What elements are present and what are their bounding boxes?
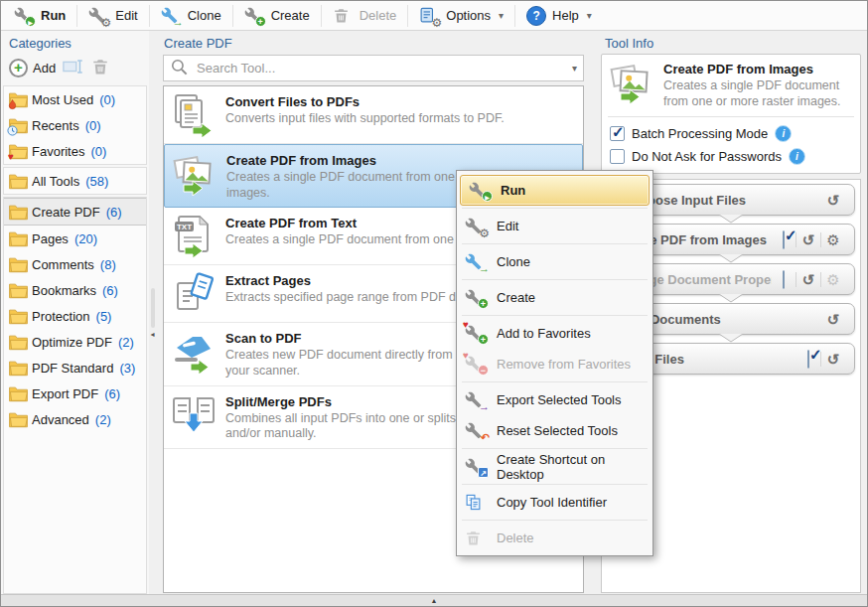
sidebar-splitter[interactable]	[149, 31, 156, 595]
tool-desc: Converts input files with supported form…	[225, 109, 505, 127]
sidebar-item-comments[interactable]: Comments (8)	[4, 251, 146, 277]
menu-item-label: Clone	[497, 254, 530, 269]
menu-item-clone[interactable]: Clone	[457, 246, 652, 277]
reset-step-icon[interactable]	[796, 272, 820, 287]
wrench-run-icon	[14, 6, 35, 26]
batch-processing-option: Batch Processing Mode	[608, 122, 854, 145]
step-settings-icon[interactable]	[820, 232, 845, 247]
sidebar-item-bookmarks[interactable]: Bookmarks (6)	[4, 277, 146, 303]
sidebar-item-pdf-standard[interactable]: PDF Standard (3)	[4, 355, 146, 380]
info-icon[interactable]	[789, 148, 805, 165]
sidebar-item-all-tools[interactable]: All Tools (58)	[4, 168, 146, 194]
reset-step-icon[interactable]	[821, 312, 845, 327]
toolbar-separator	[232, 5, 233, 27]
search-bar	[163, 55, 584, 81]
clone-button[interactable]: Clone	[152, 3, 230, 29]
sidebar-item-protection[interactable]: Protection (5)	[4, 303, 146, 329]
step-checkbox[interactable]	[772, 272, 796, 287]
trash-icon	[333, 6, 354, 26]
create-button[interactable]: Create	[235, 3, 319, 29]
menu-item-create-shortcut-on-desktop[interactable]: Create Shortcut on Desktop	[457, 451, 652, 482]
search-dropdown-icon[interactable]	[572, 63, 577, 74]
sidebar-item-optimize-pdf[interactable]: Optimize PDF (2)	[4, 329, 146, 355]
wrench-edit-icon	[465, 217, 488, 236]
menu-item-reset-selected-tools[interactable]: Reset Selected Tools	[457, 415, 652, 446]
step-checkbox[interactable]	[796, 352, 820, 367]
sidebar-item-pages[interactable]: Pages (20)	[4, 226, 146, 251]
sidebar-item-count: (58)	[85, 174, 108, 189]
search-icon	[170, 58, 189, 79]
folder-icon	[8, 411, 29, 428]
clone-label: Clone	[188, 8, 221, 23]
delete-category-icon[interactable]	[91, 58, 109, 78]
step-settings-icon[interactable]	[820, 272, 845, 287]
run-button[interactable]: Run	[5, 3, 74, 29]
wrench-create-icon	[244, 6, 265, 26]
help-button[interactable]: Help	[517, 3, 601, 29]
svg-text:TXT: TXT	[177, 223, 192, 231]
folder-heart-icon	[8, 143, 29, 160]
sidebar-item-recents[interactable]: Recents (0)	[4, 112, 146, 138]
options-button[interactable]: Options	[410, 3, 512, 29]
folder-icon	[8, 334, 29, 351]
bottom-splitter[interactable]	[1, 594, 867, 606]
add-label: Add	[33, 61, 56, 76]
menu-item-add-to-favorites[interactable]: Add to Favorites	[457, 318, 652, 349]
sidebar-item-label: Optimize PDF	[32, 335, 112, 350]
edit-button[interactable]: Edit	[79, 3, 146, 29]
delete-button[interactable]: Delete	[324, 3, 406, 29]
sidebar-item-label: Comments	[32, 257, 94, 272]
tool-info-desc: Creates a single PDF document from one o…	[663, 76, 854, 109]
menu-item-label: Create	[497, 290, 535, 305]
tool-info-card: Create PDF from Images Creates a single …	[601, 54, 861, 174]
split-merge-icon	[172, 393, 216, 437]
main-toolbar: Run Edit Clone Create Delete Options	[1, 1, 867, 31]
extract-pages-icon	[172, 272, 216, 316]
smart-folders-group: Most Used (0) Recents (0) Favorites (0)	[3, 85, 147, 165]
sidebar-item-create-pdf[interactable]: Create PDF (6)	[4, 198, 146, 226]
reset-step-icon[interactable]	[796, 232, 820, 247]
delete-label: Delete	[360, 8, 397, 23]
folder-icon	[8, 360, 29, 377]
categories-sidebar: Categories Add Most Used (0) Recents (0)	[1, 31, 149, 595]
wrench-edit-icon	[88, 6, 109, 26]
reset-step-icon[interactable]	[820, 352, 845, 367]
folder-icon	[8, 308, 29, 325]
sidebar-item-count: (6)	[102, 283, 118, 298]
folder-icon	[8, 204, 29, 221]
add-category-button[interactable]: Add	[9, 59, 56, 77]
sidebar-item-export-pdf[interactable]: Export PDF (6)	[4, 380, 146, 406]
do-not-ask-passwords-checkbox[interactable]	[610, 149, 625, 164]
wrench-run-icon	[469, 181, 492, 201]
reset-step-icon[interactable]	[821, 193, 845, 208]
sidebar-item-count: (0)	[85, 118, 101, 133]
info-icon[interactable]	[775, 125, 792, 142]
sidebar-item-count: (20)	[74, 231, 97, 246]
menu-item-copy-tool-identifier[interactable]: Copy Tool Identifier	[457, 487, 652, 518]
folder-clock-icon	[8, 117, 29, 134]
search-input[interactable]	[195, 60, 564, 76]
sidebar-item-label: Pages	[32, 231, 69, 246]
menu-item-delete[interactable]: Delete	[457, 523, 652, 553]
menu-item-edit[interactable]: Edit	[457, 211, 652, 241]
sidebar-item-favorites[interactable]: Favorites (0)	[4, 138, 146, 164]
menu-item-remove-from-favorites[interactable]: Remove from Favorites	[457, 349, 652, 379]
menu-item-export-selected-tools[interactable]: Export Selected Tools	[457, 384, 652, 415]
dropdown-arrow-icon	[587, 10, 592, 21]
menu-item-label: Edit	[497, 219, 518, 233]
tool-item-convert-files[interactable]: Convert Files to PDFs Converts input fil…	[164, 86, 583, 144]
toolbar-separator	[514, 5, 515, 27]
step-checkbox[interactable]	[772, 232, 796, 247]
wrench-create-icon	[465, 288, 488, 308]
batch-processing-checkbox[interactable]	[610, 126, 625, 141]
folder-icon	[8, 256, 29, 273]
sidebar-item-most-used[interactable]: Most Used (0)	[4, 86, 146, 112]
rename-category-icon[interactable]	[63, 59, 84, 77]
convert-files-icon	[172, 93, 216, 137]
menu-separator	[462, 448, 648, 449]
menu-separator	[462, 381, 648, 382]
sidebar-item-count: (2)	[118, 335, 134, 350]
menu-item-create[interactable]: Create	[457, 282, 652, 313]
sidebar-item-advanced[interactable]: Advanced (2)	[4, 406, 146, 432]
menu-item-run[interactable]: Run	[460, 175, 650, 206]
